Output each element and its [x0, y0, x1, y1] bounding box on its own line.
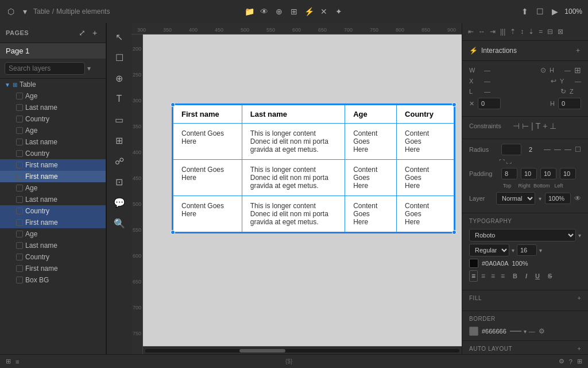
layer-item-age-2[interactable]: Age [0, 125, 106, 136]
link-icon[interactable]: ⊙ [540, 66, 546, 74]
align-mid-icon[interactable]: ↕ [519, 26, 525, 37]
align-right-icon[interactable]: ⇥ [489, 26, 497, 37]
close-icon[interactable]: ✕ [319, 6, 329, 17]
bottom-settings-icon[interactable]: ⚙ [559, 358, 564, 365]
grid-icon[interactable]: ⊞ [289, 6, 299, 17]
layer-checkbox[interactable] [16, 277, 23, 283]
preview-icon[interactable]: 👁 [259, 6, 269, 17]
export-tool[interactable]: ⊡ [110, 172, 129, 191]
align-cols-icon[interactable]: ⊟ [546, 26, 554, 37]
layer-checkbox[interactable] [16, 173, 23, 180]
padding-bottom-input[interactable] [540, 168, 556, 179]
constraint-top[interactable]: T [536, 121, 541, 131]
component-tool[interactable]: ⊕ [110, 69, 129, 87]
constraint-right[interactable]: | [531, 121, 533, 131]
layer-item-boxbg[interactable]: Box BG [0, 274, 106, 286]
grid-aspect-icon[interactable]: ⊞ [574, 66, 581, 75]
font-size-input[interactable] [517, 244, 537, 256]
search-tool[interactable]: 🔍 [110, 214, 129, 232]
device-icon[interactable]: ☐ [535, 6, 545, 17]
border-dash-chevron[interactable]: ▾ [524, 328, 527, 335]
move-tool[interactable]: ↖ [110, 28, 129, 46]
align-bottom-icon[interactable]: ⇣ [527, 26, 535, 37]
search-input[interactable] [5, 62, 85, 75]
text-color-swatch[interactable] [469, 259, 478, 268]
flash-icon[interactable]: ⚡ [304, 6, 314, 17]
menu-icon[interactable]: ▾ [20, 6, 30, 17]
scrollbar-thumb[interactable] [239, 349, 285, 352]
page-item-1[interactable]: Page 1 [0, 43, 106, 59]
layer-item-lastname-2[interactable]: Last name [0, 136, 106, 148]
padding-right-input[interactable] [521, 168, 537, 179]
hotspot-tool[interactable]: ☍ [110, 152, 129, 170]
layer-checkbox[interactable] [16, 93, 23, 99]
layer-checkbox[interactable] [16, 127, 23, 134]
layer-checkbox[interactable] [16, 265, 23, 272]
app-icon[interactable]: ⬡ [6, 6, 16, 17]
add-icon[interactable]: ⊕ [274, 6, 284, 17]
h0-input[interactable] [558, 98, 581, 109]
star-icon[interactable]: ✦ [334, 6, 344, 17]
layer-item-age-1[interactable]: Age [0, 90, 106, 102]
rotate-icon[interactable]: ↻ [560, 87, 566, 95]
layer-item-lastname-1[interactable]: Last name [0, 102, 106, 113]
share-icon[interactable]: ⬆ [520, 6, 530, 17]
handle-tl[interactable] [171, 102, 175, 107]
layer-checkbox[interactable] [16, 162, 23, 168]
border-color-swatch[interactable] [469, 327, 478, 336]
layer-checkbox[interactable] [16, 219, 23, 226]
expand-icon[interactable]: ⤢ [77, 28, 87, 38]
opacity-input[interactable] [545, 193, 571, 204]
layer-item-country-1[interactable]: Country [0, 113, 106, 125]
layer-checkbox[interactable] [16, 196, 23, 203]
scrollbar-track[interactable] [145, 349, 459, 352]
image-tool[interactable]: ⊞ [110, 131, 129, 150]
layer-item-age-4[interactable]: Age [0, 228, 106, 240]
x0-input[interactable] [478, 98, 501, 109]
italic-btn[interactable]: I [523, 271, 529, 281]
layer-item-firstname-1[interactable]: First name [0, 159, 106, 171]
layer-item-country-2[interactable]: Country [0, 148, 106, 159]
bottom-share-icon[interactable]: ⊞ [577, 358, 582, 365]
layer-item-lastname-3[interactable]: Last name [0, 194, 106, 205]
border-settings-icon[interactable]: ⚙ [539, 327, 545, 335]
canvas-area[interactable]: 300 350 400 450 500 550 600 650 700 750 … [131, 23, 462, 354]
frame-tool[interactable]: ☐ [110, 48, 129, 67]
design-table[interactable]: First name Last name Age Country Content… [172, 103, 455, 233]
align-center-text-btn[interactable]: ≡ [479, 270, 488, 282]
zoom-level[interactable]: 100% [564, 7, 582, 16]
align-left-text-btn[interactable]: ≡ [469, 270, 478, 282]
bottom-layers-icon[interactable]: ≡ [16, 358, 19, 365]
layer-checkbox[interactable] [16, 242, 23, 249]
layer-checkbox[interactable] [16, 150, 23, 157]
bold-btn[interactable]: B [510, 271, 520, 281]
play-icon[interactable]: ▶ [550, 6, 560, 17]
canvas-scrollbar[interactable] [143, 346, 462, 354]
constraint-center[interactable]: ⊢ [522, 121, 529, 131]
auto-layout-plus[interactable]: + [578, 346, 581, 352]
bottom-grid-icon[interactable]: ⊞ [6, 358, 11, 365]
add-page-icon[interactable]: + [90, 28, 100, 38]
fill-plus[interactable]: + [578, 295, 581, 301]
file-icon[interactable]: 📁 [244, 6, 254, 17]
strikethrough-btn[interactable]: S [546, 271, 554, 281]
layer-checkbox[interactable] [16, 139, 23, 145]
blend-mode-select[interactable]: Normal [496, 192, 535, 205]
align-right-text-btn[interactable]: ≡ [489, 270, 497, 282]
interactions-plus[interactable]: + [575, 45, 581, 56]
eye-icon[interactable]: 👁 [574, 194, 581, 202]
layer-checkbox[interactable] [16, 208, 23, 214]
text-tool[interactable]: T [110, 90, 129, 108]
layer-checkbox[interactable] [16, 116, 23, 122]
comment-tool[interactable]: 💬 [110, 193, 129, 212]
align-justify-text-btn[interactable]: ≡ [498, 270, 507, 282]
shape-tool[interactable]: ▭ [110, 110, 129, 129]
layer-checkbox[interactable] [16, 104, 23, 111]
layer-item-country-4[interactable]: Country [0, 251, 106, 263]
layer-checkbox[interactable] [16, 185, 23, 191]
align-left-icon[interactable]: ⇤ [467, 26, 475, 37]
radius-type-icon[interactable]: ☐ [575, 145, 581, 154]
radius-input[interactable] [501, 144, 521, 155]
distribute-h-icon[interactable]: ||| [499, 26, 506, 37]
layer-item-country-3[interactable]: Country [0, 205, 106, 217]
